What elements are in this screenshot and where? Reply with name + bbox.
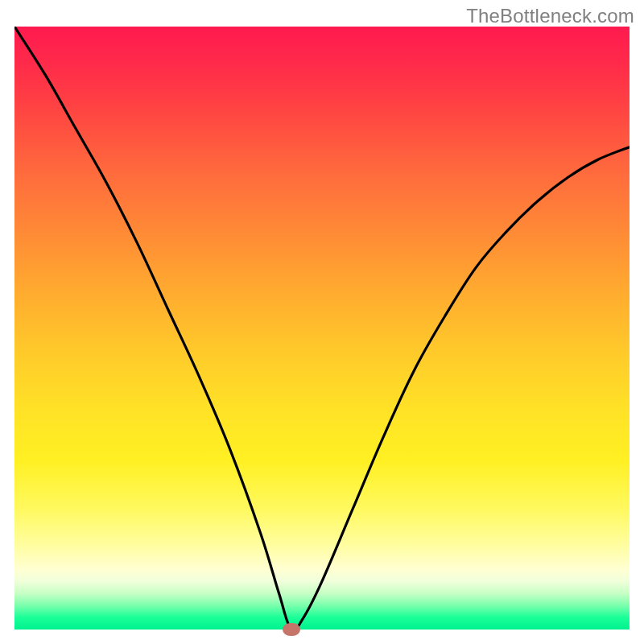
curve-svg — [14, 27, 630, 630]
chart-container: TheBottleneck.com — [0, 0, 644, 644]
bottleneck-curve-path — [14, 27, 630, 630]
plot-area — [14, 27, 630, 630]
optimum-marker — [283, 623, 300, 636]
watermark-text: TheBottleneck.com — [466, 5, 634, 27]
